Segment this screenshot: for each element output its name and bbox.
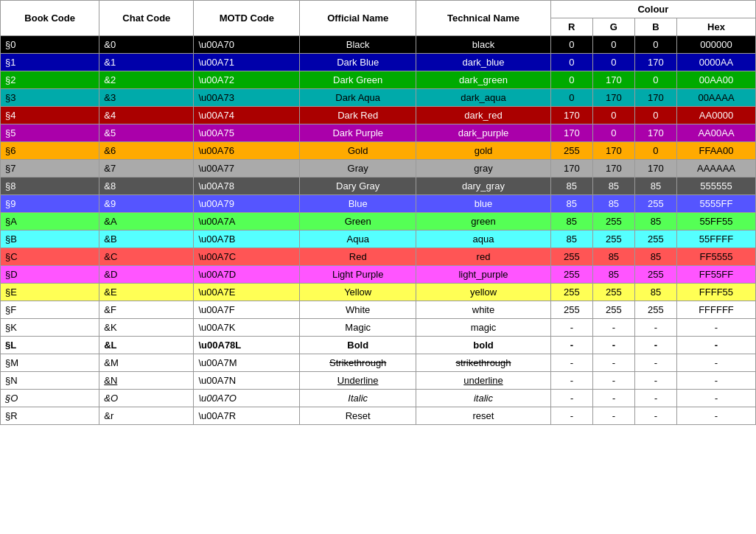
technical-name-cell: yellow (416, 284, 551, 301)
official-name-cell: Underline (300, 372, 416, 390)
chat-code-cell: &A (99, 213, 194, 231)
table-row: §O&O\u00A7OItalicitalic---- (1, 390, 756, 407)
official-name-cell: Dark Aqua (300, 89, 416, 107)
g-cell: 0 (592, 36, 634, 54)
table-row: §L&L\u00A78LBoldbold---- (1, 337, 756, 354)
book-code-cell: §1 (1, 54, 99, 71)
official-name-cell: Reset (300, 407, 416, 425)
b-cell: 170 (634, 54, 676, 71)
chat-code-cell: &O (99, 390, 194, 407)
chat-code-cell: &2 (99, 71, 194, 89)
technical-name-cell: bold (416, 337, 551, 354)
official-name-cell: Magic (300, 319, 416, 337)
r-cell: 255 (550, 142, 592, 160)
table-row: §D&D\u00A7DLight Purplelight_purple25585… (1, 266, 756, 284)
g-cell: - (592, 319, 634, 337)
book-code-cell: §K (1, 319, 99, 337)
r-cell: 170 (550, 107, 592, 124)
technical-name-cell: green (416, 213, 551, 231)
b-cell: 0 (634, 107, 676, 124)
technical-name-cell: reset (416, 407, 551, 425)
chat-code-cell: &8 (99, 178, 194, 195)
r-cell: - (550, 407, 592, 425)
table-row: §5&5\u00A75Dark Purpledark_purple1700170… (1, 124, 756, 142)
motd-code-cell: \u00A7M (194, 354, 300, 372)
motd-code-cell: \u00A7E (194, 284, 300, 301)
official-name-cell: Dary Gray (300, 178, 416, 195)
r-cell: - (550, 390, 592, 407)
chat-code-cell: &r (99, 407, 194, 425)
chat-code-cell: &3 (99, 89, 194, 107)
g-cell: 170 (592, 71, 634, 89)
b-cell: 0 (634, 142, 676, 160)
hex-cell: AA00AA (676, 124, 755, 142)
hex-cell: 5555FF (676, 195, 755, 213)
book-code-cell: §F (1, 301, 99, 319)
book-code-cell: §L (1, 337, 99, 354)
g-cell: 0 (592, 124, 634, 142)
technical-name-cell: gold (416, 142, 551, 160)
g-cell: 85 (592, 248, 634, 266)
table-row: §6&6\u00A76Goldgold2551700FFAA00 (1, 142, 756, 160)
g-cell: 255 (592, 231, 634, 248)
r-cell: 255 (550, 248, 592, 266)
g-cell: - (592, 390, 634, 407)
table-row: §9&9\u00A79Blueblue85852555555FF (1, 195, 756, 213)
book-code-cell: §4 (1, 107, 99, 124)
g-cell: 170 (592, 160, 634, 178)
book-code-cell: §7 (1, 160, 99, 178)
hex-cell: FFAA00 (676, 142, 755, 160)
chat-code-cell: &1 (99, 54, 194, 71)
g-cell: 0 (592, 107, 634, 124)
r-cell: - (550, 354, 592, 372)
official-name-cell: Dark Blue (300, 54, 416, 71)
motd-code-cell: \u00A79 (194, 195, 300, 213)
hex-cell: FF5555 (676, 248, 755, 266)
table-row: §0&0\u00A70Blackblack000000000 (1, 36, 756, 54)
r-cell: 85 (550, 213, 592, 231)
motd-code-cell: \u00A74 (194, 107, 300, 124)
book-code-cell: §8 (1, 178, 99, 195)
book-code-cell: §O (1, 390, 99, 407)
r-cell: - (550, 372, 592, 390)
motd-code-cell: \u00A78L (194, 337, 300, 354)
technical-name-cell: dary_gray (416, 178, 551, 195)
table-row: §1&1\u00A71Dark Bluedark_blue001700000AA (1, 54, 756, 71)
b-cell: 0 (634, 36, 676, 54)
b-cell: 85 (634, 284, 676, 301)
r-cell: 255 (550, 301, 592, 319)
b-cell: 255 (634, 195, 676, 213)
motd-code-cell: \u00A7C (194, 248, 300, 266)
table-row: §7&7\u00A77Graygray170170170AAAAAA (1, 160, 756, 178)
motd-code-cell: \u00A7F (194, 301, 300, 319)
book-code-cell: §E (1, 284, 99, 301)
book-code-cell: §C (1, 248, 99, 266)
technical-name-cell: underline (416, 372, 551, 390)
table-row: §2&2\u00A72Dark Greendark_green0170000AA… (1, 71, 756, 89)
official-name-cell: Dark Red (300, 107, 416, 124)
official-name-cell: Green (300, 213, 416, 231)
chat-code-cell: &5 (99, 124, 194, 142)
b-cell: - (634, 337, 676, 354)
technical-name-cell: italic (416, 390, 551, 407)
chat-code-cell: &9 (99, 195, 194, 213)
b-cell: - (634, 319, 676, 337)
hex-cell: - (676, 337, 755, 354)
official-name-cell: Bold (300, 337, 416, 354)
hex-cell: - (676, 354, 755, 372)
technical-name-cell: light_purple (416, 266, 551, 284)
book-code-cell: §5 (1, 124, 99, 142)
official-name-cell: Yellow (300, 284, 416, 301)
hex-cell: 55FFFF (676, 231, 755, 248)
hex-cell: 00AAAA (676, 89, 755, 107)
official-name-cell: Strikethrough (300, 354, 416, 372)
g-cell: 170 (592, 142, 634, 160)
chat-code-cell: &C (99, 248, 194, 266)
motd-code-cell: \u00A7O (194, 390, 300, 407)
official-name-cell: Dark Green (300, 71, 416, 89)
chat-code-cell: &D (99, 266, 194, 284)
hex-cell: FFFF55 (676, 284, 755, 301)
g-header: G (592, 18, 634, 36)
b-cell: 85 (634, 248, 676, 266)
official-name-cell: Aqua (300, 231, 416, 248)
